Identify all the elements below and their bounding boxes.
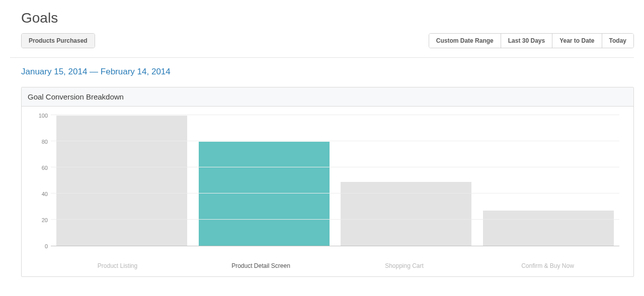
date-range-today[interactable]: Today xyxy=(602,34,633,48)
y-tick-label: 40 xyxy=(42,191,48,197)
toolbar: Products Purchased Custom Date Range Las… xyxy=(10,33,634,58)
x-axis-label: Product Listing xyxy=(46,262,189,269)
date-range-custom[interactable]: Custom Date Range xyxy=(429,34,501,48)
y-tick-label: 80 xyxy=(42,139,48,145)
gridline xyxy=(51,219,619,220)
chart-bars xyxy=(51,116,619,246)
bar-slot xyxy=(335,116,477,246)
chart-panel: Goal Conversion Breakdown 020406080100 P… xyxy=(21,87,634,277)
x-axis: Product ListingProduct Detail ScreenShop… xyxy=(46,257,633,269)
y-tick-label: 60 xyxy=(42,165,48,171)
goal-selector-group: Products Purchased xyxy=(21,33,95,48)
bar-slot xyxy=(193,116,336,246)
bar-slot xyxy=(477,116,620,246)
gridline xyxy=(51,141,619,141)
x-axis-label: Shopping Cart xyxy=(333,262,476,269)
chart-plot xyxy=(51,116,619,246)
chart-bar[interactable] xyxy=(483,211,614,246)
y-tick-label: 0 xyxy=(45,243,48,249)
bar-slot xyxy=(51,116,193,246)
x-axis-label: Confirm & Buy Now xyxy=(476,262,619,269)
date-range-last-30[interactable]: Last 30 Days xyxy=(501,34,552,48)
goal-selector[interactable]: Products Purchased xyxy=(22,34,95,48)
chart-bar[interactable] xyxy=(56,116,187,246)
gridline xyxy=(51,115,619,115)
x-axis-label: Product Detail Screen xyxy=(189,262,333,269)
date-range-ytd[interactable]: Year to Date xyxy=(552,34,602,48)
date-range-group: Custom Date Range Last 30 Days Year to D… xyxy=(429,33,634,48)
gridline xyxy=(51,167,619,167)
gridline xyxy=(51,193,619,193)
chart-bar[interactable] xyxy=(199,142,330,246)
date-range-display: January 15, 2014 — February 14, 2014 xyxy=(21,67,634,77)
chart-area: 020406080100 xyxy=(22,107,633,257)
chart-panel-title: Goal Conversion Breakdown xyxy=(22,87,633,107)
page-title: Goals xyxy=(21,10,634,26)
y-axis: 020406080100 xyxy=(27,116,51,246)
chart-bar[interactable] xyxy=(341,182,471,246)
y-tick-label: 100 xyxy=(39,113,48,119)
y-tick-label: 20 xyxy=(42,217,48,223)
